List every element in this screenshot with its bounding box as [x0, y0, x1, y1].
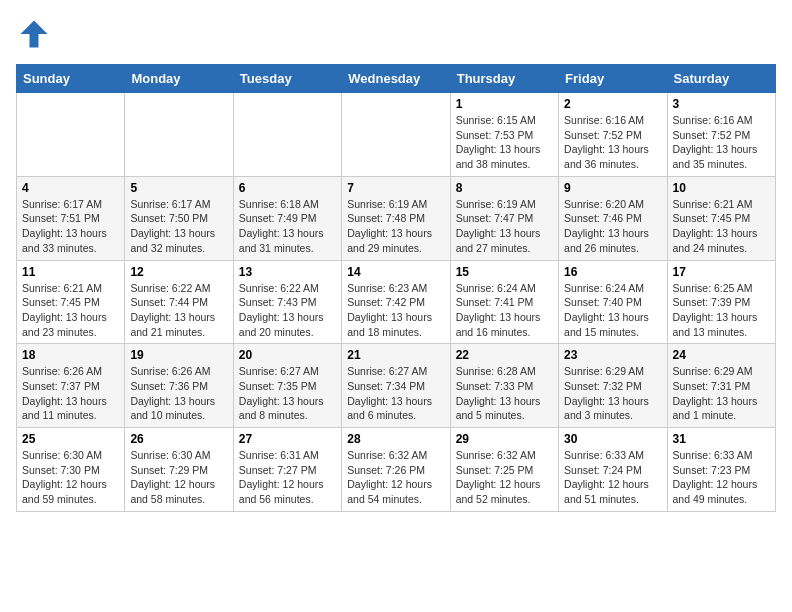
day-info: Sunrise: 6:23 AM Sunset: 7:42 PM Dayligh… [347, 281, 444, 340]
calendar-cell: 6Sunrise: 6:18 AM Sunset: 7:49 PM Daylig… [233, 176, 341, 260]
day-number: 12 [130, 265, 227, 279]
day-number: 28 [347, 432, 444, 446]
calendar-cell: 12Sunrise: 6:22 AM Sunset: 7:44 PM Dayli… [125, 260, 233, 344]
calendar-week-4: 18Sunrise: 6:26 AM Sunset: 7:37 PM Dayli… [17, 344, 776, 428]
calendar-cell [342, 93, 450, 177]
day-info: Sunrise: 6:18 AM Sunset: 7:49 PM Dayligh… [239, 197, 336, 256]
weekday-header-saturday: Saturday [667, 65, 775, 93]
weekday-header-wednesday: Wednesday [342, 65, 450, 93]
day-number: 29 [456, 432, 553, 446]
logo [16, 16, 56, 52]
calendar-cell: 4Sunrise: 6:17 AM Sunset: 7:51 PM Daylig… [17, 176, 125, 260]
calendar-cell: 28Sunrise: 6:32 AM Sunset: 7:26 PM Dayli… [342, 428, 450, 512]
calendar-cell: 1Sunrise: 6:15 AM Sunset: 7:53 PM Daylig… [450, 93, 558, 177]
calendar-cell: 10Sunrise: 6:21 AM Sunset: 7:45 PM Dayli… [667, 176, 775, 260]
calendar-cell [233, 93, 341, 177]
calendar-cell: 31Sunrise: 6:33 AM Sunset: 7:23 PM Dayli… [667, 428, 775, 512]
weekday-header-thursday: Thursday [450, 65, 558, 93]
day-info: Sunrise: 6:19 AM Sunset: 7:48 PM Dayligh… [347, 197, 444, 256]
day-number: 1 [456, 97, 553, 111]
logo-icon [16, 16, 52, 52]
calendar-cell: 30Sunrise: 6:33 AM Sunset: 7:24 PM Dayli… [559, 428, 667, 512]
day-info: Sunrise: 6:29 AM Sunset: 7:32 PM Dayligh… [564, 364, 661, 423]
day-info: Sunrise: 6:32 AM Sunset: 7:26 PM Dayligh… [347, 448, 444, 507]
day-info: Sunrise: 6:20 AM Sunset: 7:46 PM Dayligh… [564, 197, 661, 256]
day-info: Sunrise: 6:33 AM Sunset: 7:23 PM Dayligh… [673, 448, 770, 507]
day-info: Sunrise: 6:17 AM Sunset: 7:50 PM Dayligh… [130, 197, 227, 256]
calendar-cell: 14Sunrise: 6:23 AM Sunset: 7:42 PM Dayli… [342, 260, 450, 344]
calendar-week-5: 25Sunrise: 6:30 AM Sunset: 7:30 PM Dayli… [17, 428, 776, 512]
day-number: 8 [456, 181, 553, 195]
day-info: Sunrise: 6:21 AM Sunset: 7:45 PM Dayligh… [22, 281, 119, 340]
calendar-cell: 18Sunrise: 6:26 AM Sunset: 7:37 PM Dayli… [17, 344, 125, 428]
weekday-header-row: SundayMondayTuesdayWednesdayThursdayFrid… [17, 65, 776, 93]
calendar-cell: 22Sunrise: 6:28 AM Sunset: 7:33 PM Dayli… [450, 344, 558, 428]
day-number: 30 [564, 432, 661, 446]
day-info: Sunrise: 6:21 AM Sunset: 7:45 PM Dayligh… [673, 197, 770, 256]
day-number: 13 [239, 265, 336, 279]
day-info: Sunrise: 6:16 AM Sunset: 7:52 PM Dayligh… [673, 113, 770, 172]
calendar-cell: 3Sunrise: 6:16 AM Sunset: 7:52 PM Daylig… [667, 93, 775, 177]
day-info: Sunrise: 6:32 AM Sunset: 7:25 PM Dayligh… [456, 448, 553, 507]
day-info: Sunrise: 6:27 AM Sunset: 7:35 PM Dayligh… [239, 364, 336, 423]
calendar-cell: 5Sunrise: 6:17 AM Sunset: 7:50 PM Daylig… [125, 176, 233, 260]
day-number: 11 [22, 265, 119, 279]
weekday-header-tuesday: Tuesday [233, 65, 341, 93]
calendar-week-2: 4Sunrise: 6:17 AM Sunset: 7:51 PM Daylig… [17, 176, 776, 260]
calendar-cell: 25Sunrise: 6:30 AM Sunset: 7:30 PM Dayli… [17, 428, 125, 512]
day-info: Sunrise: 6:22 AM Sunset: 7:43 PM Dayligh… [239, 281, 336, 340]
day-number: 5 [130, 181, 227, 195]
calendar-cell: 8Sunrise: 6:19 AM Sunset: 7:47 PM Daylig… [450, 176, 558, 260]
day-number: 24 [673, 348, 770, 362]
page-header [16, 16, 776, 52]
calendar-cell: 29Sunrise: 6:32 AM Sunset: 7:25 PM Dayli… [450, 428, 558, 512]
day-number: 6 [239, 181, 336, 195]
day-info: Sunrise: 6:25 AM Sunset: 7:39 PM Dayligh… [673, 281, 770, 340]
calendar-cell: 23Sunrise: 6:29 AM Sunset: 7:32 PM Dayli… [559, 344, 667, 428]
day-number: 3 [673, 97, 770, 111]
day-info: Sunrise: 6:24 AM Sunset: 7:41 PM Dayligh… [456, 281, 553, 340]
weekday-header-friday: Friday [559, 65, 667, 93]
calendar-cell: 17Sunrise: 6:25 AM Sunset: 7:39 PM Dayli… [667, 260, 775, 344]
day-number: 4 [22, 181, 119, 195]
calendar-cell: 9Sunrise: 6:20 AM Sunset: 7:46 PM Daylig… [559, 176, 667, 260]
day-info: Sunrise: 6:24 AM Sunset: 7:40 PM Dayligh… [564, 281, 661, 340]
day-info: Sunrise: 6:17 AM Sunset: 7:51 PM Dayligh… [22, 197, 119, 256]
day-info: Sunrise: 6:19 AM Sunset: 7:47 PM Dayligh… [456, 197, 553, 256]
day-number: 9 [564, 181, 661, 195]
day-info: Sunrise: 6:15 AM Sunset: 7:53 PM Dayligh… [456, 113, 553, 172]
calendar-cell [125, 93, 233, 177]
calendar-cell: 16Sunrise: 6:24 AM Sunset: 7:40 PM Dayli… [559, 260, 667, 344]
calendar-cell: 21Sunrise: 6:27 AM Sunset: 7:34 PM Dayli… [342, 344, 450, 428]
day-info: Sunrise: 6:29 AM Sunset: 7:31 PM Dayligh… [673, 364, 770, 423]
day-number: 23 [564, 348, 661, 362]
day-info: Sunrise: 6:33 AM Sunset: 7:24 PM Dayligh… [564, 448, 661, 507]
day-number: 27 [239, 432, 336, 446]
day-number: 16 [564, 265, 661, 279]
weekday-header-sunday: Sunday [17, 65, 125, 93]
calendar-cell: 7Sunrise: 6:19 AM Sunset: 7:48 PM Daylig… [342, 176, 450, 260]
calendar-cell: 27Sunrise: 6:31 AM Sunset: 7:27 PM Dayli… [233, 428, 341, 512]
day-number: 21 [347, 348, 444, 362]
day-info: Sunrise: 6:26 AM Sunset: 7:36 PM Dayligh… [130, 364, 227, 423]
calendar-cell: 11Sunrise: 6:21 AM Sunset: 7:45 PM Dayli… [17, 260, 125, 344]
day-number: 2 [564, 97, 661, 111]
day-number: 25 [22, 432, 119, 446]
day-info: Sunrise: 6:30 AM Sunset: 7:29 PM Dayligh… [130, 448, 227, 507]
day-number: 26 [130, 432, 227, 446]
day-number: 18 [22, 348, 119, 362]
day-number: 10 [673, 181, 770, 195]
day-number: 22 [456, 348, 553, 362]
calendar-table: SundayMondayTuesdayWednesdayThursdayFrid… [16, 64, 776, 512]
svg-marker-0 [21, 21, 48, 48]
day-number: 19 [130, 348, 227, 362]
day-number: 14 [347, 265, 444, 279]
calendar-cell: 13Sunrise: 6:22 AM Sunset: 7:43 PM Dayli… [233, 260, 341, 344]
calendar-week-3: 11Sunrise: 6:21 AM Sunset: 7:45 PM Dayli… [17, 260, 776, 344]
day-info: Sunrise: 6:30 AM Sunset: 7:30 PM Dayligh… [22, 448, 119, 507]
day-number: 31 [673, 432, 770, 446]
calendar-week-1: 1Sunrise: 6:15 AM Sunset: 7:53 PM Daylig… [17, 93, 776, 177]
day-info: Sunrise: 6:27 AM Sunset: 7:34 PM Dayligh… [347, 364, 444, 423]
day-number: 15 [456, 265, 553, 279]
calendar-cell: 26Sunrise: 6:30 AM Sunset: 7:29 PM Dayli… [125, 428, 233, 512]
